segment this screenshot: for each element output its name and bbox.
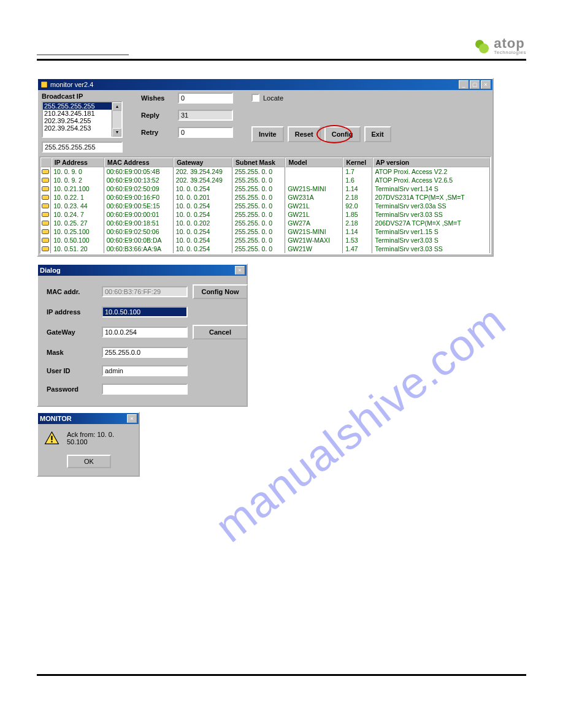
table-row[interactable]: 10. 0. 9. 200:60:E9:00:13:52202. 39.254.… xyxy=(40,176,490,184)
ok-button[interactable]: OK xyxy=(67,455,111,468)
scroll-track[interactable] xyxy=(112,111,121,128)
cell-mask: 255.255. 0. 0 xyxy=(232,210,285,219)
table-row[interactable]: 10. 0.25. 2700:60:E9:00:18:5110. 0. 0.20… xyxy=(40,219,490,227)
reset-button[interactable]: Reset xyxy=(288,126,321,142)
brand-subtitle: Technologies xyxy=(494,50,526,55)
brand-name: atop xyxy=(494,37,526,50)
table-row[interactable]: 10. 0.21.10000:60:E9:02:50:0910. 0. 0.25… xyxy=(40,184,490,193)
cell-kernel: 2.18 xyxy=(343,219,372,227)
broadcast-item[interactable]: 255.255.255.255 xyxy=(43,102,121,110)
ip-field[interactable]: 10.0.50.100 xyxy=(102,306,188,317)
cell-gateway: 10. 0. 0.254 xyxy=(174,184,232,193)
cell-gateway: 10. 0. 0.254 xyxy=(174,236,232,245)
cell-mac: 00:60:E9:02:50:09 xyxy=(104,184,174,193)
broadcast-item[interactable]: 210.243.245.181 xyxy=(43,110,121,117)
retry-field[interactable]: 0 xyxy=(178,127,233,138)
cell-mask: 255.255. 0. 0 xyxy=(232,245,285,253)
mask-label: Mask xyxy=(47,349,97,356)
broadcast-input[interactable]: 255.255.255.255 xyxy=(42,142,123,153)
svg-rect-5 xyxy=(51,441,52,442)
ack-titlebar[interactable]: MONITOR × xyxy=(38,413,139,424)
invite-button[interactable]: Invite xyxy=(251,126,284,142)
device-table[interactable]: IP Address MAC Address Gateway Subnet Ma… xyxy=(39,156,491,254)
config-now-button[interactable]: Config Now xyxy=(193,284,248,299)
status-led-icon xyxy=(40,167,51,176)
broadcast-item[interactable]: 202.39.254.255 xyxy=(43,117,121,124)
ack-close-button[interactable]: × xyxy=(127,414,137,423)
exit-button[interactable]: Exit xyxy=(364,126,391,142)
cell-model: GW27A xyxy=(285,219,343,227)
watermark: manualshive.com xyxy=(206,295,515,552)
close-button[interactable]: × xyxy=(481,80,491,89)
table-row[interactable]: 10. 0.22. 100:60:E9:00:16:F010. 0. 0.201… xyxy=(40,193,490,202)
broadcast-item[interactable]: 202.39.254.253 xyxy=(43,124,121,132)
table-row[interactable]: 10. 0.24. 700:60:E9:00:00:0110. 0. 0.254… xyxy=(40,210,490,219)
gateway-field[interactable]: 10.0.0.254 xyxy=(102,327,188,338)
reply-label: Reply xyxy=(141,112,178,119)
cell-model: GW21S-MINI xyxy=(285,227,343,236)
cell-gateway: 202. 39.254.249 xyxy=(174,176,232,184)
footer-rule xyxy=(37,674,526,676)
gateway-label: GateWay xyxy=(47,328,97,336)
userid-field[interactable]: admin xyxy=(102,365,188,376)
cell-kernel: 2.18 xyxy=(343,193,372,202)
listbox-scrollbar[interactable]: ▴ ▾ xyxy=(112,102,121,137)
config-dialog: Dialog × MAC addr. 00:60:B3:76:FF:29 Con… xyxy=(37,264,248,407)
cell-ip: 10. 0. 9. 2 xyxy=(51,176,104,184)
cell-ap: 206DVS27A TCP(M=X ,SM=T xyxy=(372,219,490,227)
cell-model xyxy=(285,167,343,176)
mask-field[interactable]: 255.255.0.0 xyxy=(102,347,188,358)
dialog-close-button[interactable]: × xyxy=(235,266,245,275)
cell-mac: 00:60:E9:02:50:06 xyxy=(104,227,174,236)
minimize-button[interactable]: _ xyxy=(459,80,469,89)
cell-ip: 10. 0.25. 27 xyxy=(51,219,104,227)
table-row[interactable]: 10. 0. 9. 000:60:E9:00:05:4B202. 39.254.… xyxy=(40,167,490,176)
cell-gateway: 202. 39.254.249 xyxy=(174,167,232,176)
cell-mac: 00:60:E9:00:16:F0 xyxy=(104,193,174,202)
table-header[interactable]: IP Address MAC Address Gateway Subnet Ma… xyxy=(40,157,490,167)
cell-model: GW21W xyxy=(285,245,343,253)
cell-mask: 255.255. 0. 0 xyxy=(232,236,285,245)
warning-icon xyxy=(44,430,59,446)
cell-gateway: 10. 0. 0.202 xyxy=(174,219,232,227)
col-led[interactable] xyxy=(40,157,52,167)
scroll-down-arrow-icon[interactable]: ▾ xyxy=(112,128,121,137)
cell-mask: 255.255. 0. 0 xyxy=(232,202,285,210)
table-row[interactable]: 10. 0.51. 2000:60:B3:66:AA:9A10. 0. 0.25… xyxy=(40,245,490,253)
cell-ap: TerminalSrv ver3.03 SS xyxy=(372,245,490,253)
locate-checkbox[interactable] xyxy=(251,94,259,102)
cell-ip: 10. 0.23. 44 xyxy=(51,202,104,210)
col-mac[interactable]: MAC Address xyxy=(104,157,174,167)
col-kernel[interactable]: Kernel xyxy=(343,157,372,167)
table-row[interactable]: 10. 0.50.10000:60:E9:00:0B:DA10. 0. 0.25… xyxy=(40,236,490,245)
status-led-icon xyxy=(40,210,51,219)
scroll-up-arrow-icon[interactable]: ▴ xyxy=(112,102,121,111)
cell-kernel: 1.85 xyxy=(343,210,372,219)
dialog-titlebar[interactable]: Dialog × xyxy=(38,265,247,276)
config-button[interactable]: Config xyxy=(324,126,361,142)
mac-label: MAC addr. xyxy=(47,288,97,295)
svg-point-1 xyxy=(479,44,489,53)
monitor-titlebar[interactable]: monitor ver2.4 _ ▢ × xyxy=(38,79,492,90)
col-gateway[interactable]: Gateway xyxy=(174,157,232,167)
table-row[interactable]: 10. 0.23. 4400:60:E9:00:5E:1510. 0. 0.25… xyxy=(40,202,490,210)
cell-gateway: 10. 0. 0.254 xyxy=(174,202,232,210)
cell-kernel: 1.47 xyxy=(343,245,372,253)
col-mask[interactable]: Subnet Mask xyxy=(232,157,285,167)
ack-message: Ack from: 10. 0. 50.100 xyxy=(67,431,134,446)
cell-ap: TerminalSrv ver3.03 SS xyxy=(372,210,490,219)
maximize-button[interactable]: ▢ xyxy=(470,80,480,89)
cancel-button[interactable]: Cancel xyxy=(193,325,248,339)
locate-label: Locate xyxy=(263,94,283,102)
cell-mask: 255.255. 0. 0 xyxy=(232,167,285,176)
wishes-field[interactable]: 0 xyxy=(178,93,233,104)
broadcast-listbox[interactable]: 255.255.255.255210.243.245.181202.39.254… xyxy=(42,101,123,138)
col-ip[interactable]: IP Address xyxy=(52,157,104,167)
status-led-icon xyxy=(40,202,51,210)
col-ap[interactable]: AP version xyxy=(373,157,490,167)
cell-ap: TerminalSrv ver1.14 S xyxy=(372,184,490,193)
header-underline xyxy=(37,47,129,55)
password-field[interactable] xyxy=(102,384,188,395)
col-model[interactable]: Model xyxy=(285,157,343,167)
table-row[interactable]: 10. 0.25.10000:60:E9:02:50:0610. 0. 0.25… xyxy=(40,227,490,236)
